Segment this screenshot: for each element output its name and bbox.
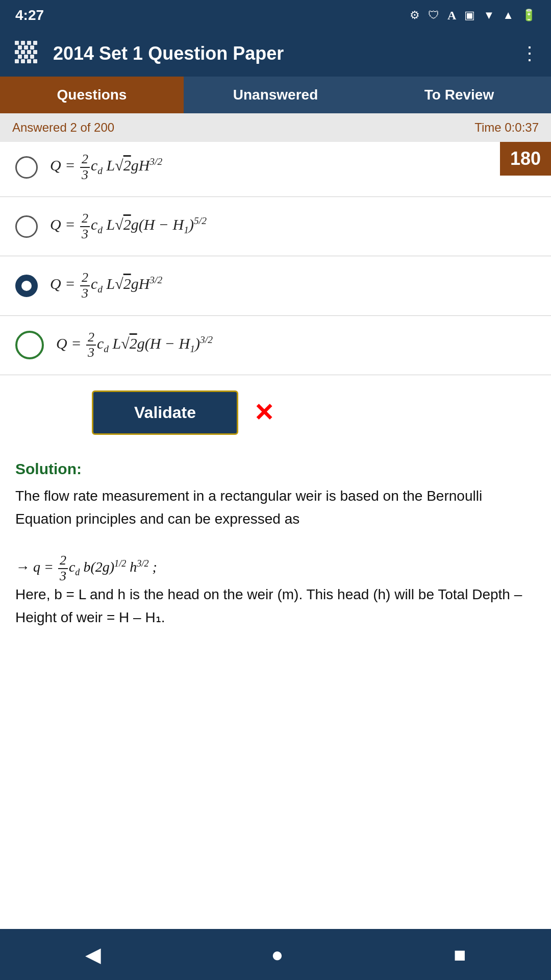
svg-rect-12 bbox=[18, 55, 22, 59]
answered-count: Answered 2 of 200 bbox=[12, 120, 114, 135]
svg-rect-15 bbox=[15, 59, 19, 63]
solution-text: The flow rate measurement in a rectangul… bbox=[15, 485, 536, 629]
signal-icon: ▲ bbox=[503, 9, 514, 22]
option-row-4[interactable]: Q = 23cd L√2g(H − H1)3/2 bbox=[0, 316, 551, 375]
back-button[interactable]: ◀ bbox=[85, 943, 101, 967]
option-formula-2: Q = 23cd L√2g(H − H1)5/2 bbox=[50, 211, 207, 241]
status-bar: 4:27 ⚙ 🛡 A ▣ ▼ ▲ 🔋 bbox=[0, 0, 551, 31]
app-title: 2014 Set 1 Question Paper bbox=[53, 43, 284, 64]
svg-rect-4 bbox=[33, 41, 37, 45]
validate-button[interactable]: Validate bbox=[92, 390, 238, 435]
tab-bar: Questions Unanswered To Review bbox=[0, 77, 551, 113]
app-logo bbox=[12, 38, 43, 69]
timer: Time 0:0:37 bbox=[474, 120, 539, 135]
option-row-2[interactable]: Q = 23cd L√2g(H − H1)5/2 bbox=[0, 197, 551, 256]
option-row-1[interactable]: Q = 23cd L√2gH3/2 bbox=[0, 142, 551, 197]
tab-questions[interactable]: Questions bbox=[0, 77, 184, 113]
radio-4[interactable] bbox=[15, 331, 44, 359]
solution-title: Solution: bbox=[15, 460, 536, 478]
svg-rect-18 bbox=[33, 59, 37, 63]
app-bar: 2014 Set 1 Question Paper ⋮ bbox=[0, 31, 551, 77]
svg-rect-14 bbox=[30, 55, 34, 59]
app-bar-left: 2014 Set 1 Question Paper bbox=[12, 38, 284, 69]
svg-rect-5 bbox=[18, 45, 22, 50]
option-row-3[interactable]: Q = 23cd L√2gH3/2 bbox=[0, 256, 551, 315]
solution-area: Solution: The flow rate measurement in a… bbox=[0, 450, 551, 650]
validate-area: Validate ✕ bbox=[0, 375, 551, 450]
svg-rect-7 bbox=[30, 45, 34, 50]
svg-rect-16 bbox=[21, 59, 25, 63]
svg-rect-17 bbox=[27, 59, 31, 63]
radio-1[interactable] bbox=[15, 156, 38, 179]
wifi-icon: ▼ bbox=[483, 9, 494, 22]
wrong-mark-icon: ✕ bbox=[254, 398, 274, 427]
menu-icon[interactable]: ⋮ bbox=[520, 43, 539, 64]
home-button[interactable]: ● bbox=[271, 943, 283, 967]
options-container: Q = 23cd L√2gH3/2 Q = 23cd L√2g(H − H1)5… bbox=[0, 142, 551, 375]
svg-rect-9 bbox=[21, 50, 25, 54]
radio-2[interactable] bbox=[15, 215, 38, 238]
shield-icon: 🛡 bbox=[428, 9, 439, 22]
phone-icon: ▣ bbox=[464, 9, 475, 22]
progress-bar: Answered 2 of 200 Time 0:0:37 bbox=[0, 113, 551, 142]
svg-rect-6 bbox=[24, 45, 28, 50]
svg-rect-2 bbox=[21, 41, 25, 45]
question-number-badge: 180 bbox=[500, 142, 551, 176]
main-content: 180 Q = 23cd L√2gH3/2 Q = 23cd L√2g(H − … bbox=[0, 142, 551, 929]
svg-rect-13 bbox=[24, 55, 28, 59]
status-icons: ⚙ 🛡 A ▣ ▼ ▲ 🔋 bbox=[410, 9, 536, 22]
settings-icon: ⚙ bbox=[410, 9, 420, 22]
svg-rect-11 bbox=[33, 50, 37, 54]
status-time: 4:27 bbox=[15, 7, 44, 23]
a-icon: A bbox=[447, 9, 456, 22]
svg-rect-1 bbox=[15, 41, 19, 45]
option-formula-1: Q = 23cd L√2gH3/2 bbox=[50, 152, 162, 182]
svg-rect-3 bbox=[27, 41, 31, 45]
tab-unanswered[interactable]: Unanswered bbox=[184, 77, 367, 113]
svg-rect-8 bbox=[15, 50, 19, 54]
battery-icon: 🔋 bbox=[522, 9, 536, 22]
bottom-nav: ◀ ● ■ bbox=[0, 929, 551, 980]
radio-3[interactable] bbox=[15, 275, 38, 297]
option-formula-4: Q = 23cd L√2g(H − H1)3/2 bbox=[56, 330, 213, 360]
tab-to-review[interactable]: To Review bbox=[367, 77, 551, 113]
option-formula-3: Q = 23cd L√2gH3/2 bbox=[50, 271, 162, 301]
svg-rect-10 bbox=[27, 50, 31, 54]
recents-button[interactable]: ■ bbox=[454, 943, 466, 967]
solution-formula: → q = 23cd b(2g)1/2 h3/2 ; bbox=[15, 559, 157, 575]
